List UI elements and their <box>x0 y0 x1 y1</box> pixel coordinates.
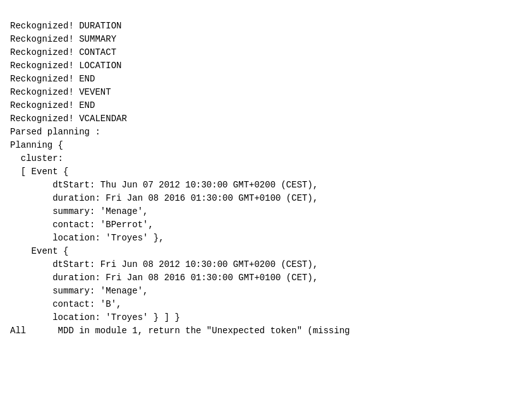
console-line: contact: 'B', <box>10 298 522 311</box>
console-line: cluster: <box>10 152 522 165</box>
console-line: Reckognized! CONTACT <box>10 46 522 59</box>
console-output: Reckognized! DURATIONReckognized! SUMMAR… <box>10 6 522 338</box>
console-line: Planning { <box>10 139 522 152</box>
console-line: dtStart: Thu Jun 07 2012 10:30:00 GMT+02… <box>10 179 522 192</box>
console-line: Reckognized! SUMMARY <box>10 33 522 46</box>
console-line: [ Event { <box>10 165 522 179</box>
console-line: summary: 'Menage', <box>10 285 522 298</box>
console-line: Reckognized! LOCATION <box>10 59 522 73</box>
console-line: summary: 'Menage', <box>10 205 522 218</box>
console-line: Reckognized! DURATION <box>10 20 522 33</box>
console-line: Parsed planning : <box>10 126 522 139</box>
console-line: Reckognized! END <box>10 73 522 86</box>
console-line-truncated: All MDD in module 1, return the "Unexpec… <box>10 324 522 338</box>
console-line: contact: 'BPerrot', <box>10 218 522 232</box>
console-line: dtStart: Fri Jun 08 2012 10:30:00 GMT+02… <box>10 258 522 271</box>
console-line: Reckognized! END <box>10 99 522 112</box>
console-line: Reckognized! VCALENDAR <box>10 112 522 126</box>
console-line: duration: Fri Jan 08 2016 01:30:00 GMT+0… <box>10 192 522 205</box>
console-line: location: 'Troyes' }, <box>10 232 522 245</box>
console-line: Event { <box>10 245 522 258</box>
console-line: location: 'Troyes' } ] } <box>10 311 522 324</box>
console-line: duration: Fri Jan 08 2016 01:30:00 GMT+0… <box>10 271 522 285</box>
console-line: Reckognized! VEVENT <box>10 86 522 99</box>
